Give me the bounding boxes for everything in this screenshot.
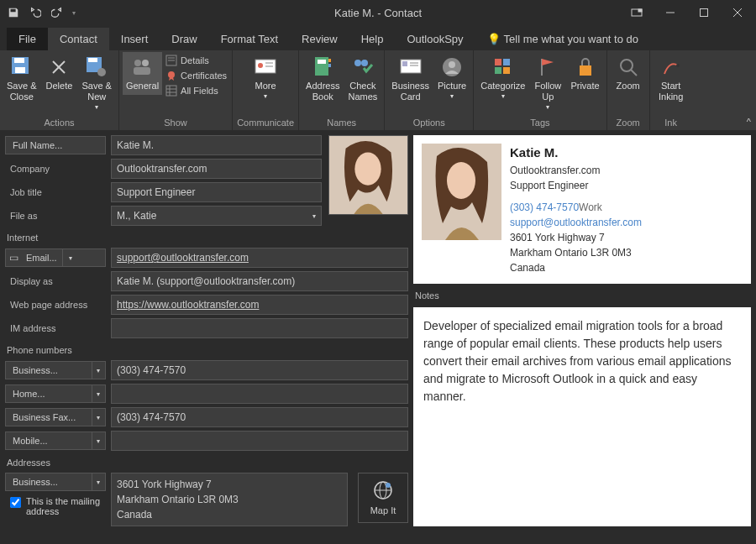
svg-point-20 bbox=[168, 71, 175, 78]
svg-point-40 bbox=[449, 61, 455, 68]
qat-overflow-icon[interactable]: ▾ bbox=[72, 9, 76, 17]
tab-contact[interactable]: Contact bbox=[48, 28, 109, 50]
job-title-label: Job title bbox=[5, 187, 106, 197]
card-photo bbox=[422, 144, 501, 240]
globe-icon bbox=[373, 480, 393, 502]
start-inking-button[interactable]: Start Inking bbox=[654, 52, 689, 106]
im-input[interactable] bbox=[111, 318, 408, 338]
mailing-address-checkbox[interactable]: This is the mailing address bbox=[5, 496, 106, 516]
display-as-input[interactable] bbox=[111, 271, 408, 291]
tab-format-text[interactable]: Format Text bbox=[209, 28, 290, 50]
web-page-input[interactable] bbox=[111, 295, 408, 315]
svg-rect-46 bbox=[580, 65, 591, 76]
svg-point-33 bbox=[354, 60, 361, 66]
group-label: Zoom bbox=[617, 116, 640, 130]
tab-draw[interactable]: Draw bbox=[160, 28, 208, 50]
svg-rect-44 bbox=[503, 67, 510, 74]
card-addr2: Markham Ontario L3R 0M3 bbox=[510, 245, 642, 260]
chevron-down-icon[interactable]: ▾ bbox=[92, 408, 106, 426]
ribbon-group-zoom: Zoom Zoom bbox=[607, 50, 650, 130]
business-card-button[interactable]: Business Card bbox=[388, 52, 433, 106]
chevron-down-icon[interactable]: ▾ bbox=[92, 432, 106, 450]
tab-outlookspy[interactable]: OutlookSpy bbox=[395, 28, 475, 50]
full-name-button[interactable]: Full Name... bbox=[5, 136, 106, 154]
business-card-preview: Katie M. Outlooktransfer.com Support Eng… bbox=[413, 135, 751, 284]
job-title-input[interactable] bbox=[111, 182, 322, 202]
svg-rect-12 bbox=[88, 58, 97, 62]
save-icon[interactable] bbox=[7, 6, 20, 19]
svg-rect-30 bbox=[318, 60, 326, 64]
address-book-button[interactable]: Address Book bbox=[302, 52, 343, 106]
file-as-label: File as bbox=[5, 211, 106, 221]
chevron-down-icon[interactable]: ▾ bbox=[92, 361, 106, 379]
redo-icon[interactable] bbox=[50, 6, 64, 19]
tab-file[interactable]: File bbox=[7, 28, 48, 50]
phone-fax-button[interactable]: Business Fax... bbox=[5, 408, 92, 426]
map-it-button[interactable]: Map It bbox=[358, 473, 408, 523]
tell-me-search[interactable]: 💡Tell me what you want to do bbox=[475, 28, 650, 50]
save-close-icon bbox=[10, 55, 34, 79]
phone-business-input[interactable] bbox=[111, 360, 408, 380]
svg-point-47 bbox=[621, 60, 633, 71]
card-title: Support Engineer bbox=[510, 178, 642, 193]
undo-icon[interactable] bbox=[29, 6, 42, 19]
email-input[interactable] bbox=[111, 248, 408, 268]
address-type-button[interactable]: Business... bbox=[5, 473, 92, 491]
business-card-icon bbox=[399, 55, 423, 79]
phone-mobile-button[interactable]: Mobile... bbox=[5, 432, 92, 450]
ribbon-group-ink: Start Inking Ink bbox=[650, 50, 692, 130]
card-company: Outlooktransfer.com bbox=[510, 163, 642, 178]
svg-rect-36 bbox=[402, 61, 407, 66]
file-as-select[interactable]: M., Katie▾ bbox=[111, 206, 322, 226]
collapse-ribbon-icon[interactable]: ^ bbox=[747, 117, 751, 127]
ribbon-display-icon[interactable] bbox=[620, 0, 654, 25]
svg-rect-41 bbox=[495, 59, 501, 65]
tab-help[interactable]: Help bbox=[349, 28, 396, 50]
delete-button[interactable]: Delete bbox=[41, 52, 76, 95]
im-label: IM address bbox=[5, 323, 106, 333]
details-button[interactable]: Details bbox=[164, 54, 228, 67]
group-label: Names bbox=[327, 116, 356, 130]
all-fields-button[interactable]: All Fields bbox=[164, 84, 228, 97]
general-icon bbox=[131, 55, 155, 79]
address-input[interactable]: 3601 York Highway 7 Markham Ontario L3R … bbox=[111, 473, 348, 526]
tab-insert[interactable]: Insert bbox=[109, 28, 160, 50]
phone-fax-input[interactable] bbox=[111, 407, 408, 427]
contact-photo[interactable] bbox=[328, 135, 408, 215]
check-names-button[interactable]: Check Names bbox=[344, 52, 381, 106]
close-button[interactable] bbox=[721, 0, 754, 25]
chevron-down-icon[interactable]: ▾ bbox=[92, 473, 106, 491]
follow-up-button[interactable]: Follow Up bbox=[530, 52, 565, 115]
private-button[interactable]: Private bbox=[567, 52, 602, 95]
save-close-button[interactable]: Save & Close bbox=[3, 52, 39, 106]
email-picker-button[interactable]: ▭Email...▾ bbox=[5, 248, 106, 267]
chevron-down-icon[interactable]: ▾ bbox=[92, 384, 106, 403]
tab-review[interactable]: Review bbox=[290, 28, 349, 50]
svg-point-49 bbox=[676, 64, 680, 67]
svg-point-34 bbox=[361, 60, 368, 66]
notes-textarea[interactable]: Developer of specialized email migration… bbox=[413, 307, 751, 527]
window-title: Katie M. - Contact bbox=[334, 7, 422, 19]
svg-rect-43 bbox=[495, 67, 501, 74]
phone-home-button[interactable]: Home... bbox=[5, 384, 92, 403]
phone-mobile-input[interactable] bbox=[111, 431, 408, 451]
maximize-button[interactable] bbox=[687, 0, 721, 25]
group-label: Communicate bbox=[237, 116, 294, 130]
full-name-input[interactable] bbox=[111, 135, 322, 155]
phone-home-input[interactable] bbox=[111, 384, 408, 404]
company-input[interactable] bbox=[111, 159, 322, 179]
zoom-icon bbox=[617, 55, 640, 79]
save-new-button[interactable]: Save & New bbox=[78, 52, 114, 115]
ribbon-group-communicate: More Communicate bbox=[233, 50, 299, 130]
card-addr3: Canada bbox=[510, 260, 642, 275]
minimize-button[interactable] bbox=[654, 0, 687, 25]
general-button[interactable]: General bbox=[123, 52, 162, 95]
certificates-button[interactable]: Certificates bbox=[164, 69, 228, 82]
more-button[interactable]: More bbox=[236, 52, 295, 104]
ribbon-group-tags: Categorize Follow Up Private Tags bbox=[474, 50, 606, 130]
zoom-button[interactable]: Zoom bbox=[611, 52, 646, 95]
picture-button[interactable]: Picture bbox=[434, 52, 470, 104]
svg-point-13 bbox=[97, 68, 106, 76]
phone-business-button[interactable]: Business... bbox=[5, 361, 92, 379]
categorize-button[interactable]: Categorize bbox=[477, 52, 528, 104]
